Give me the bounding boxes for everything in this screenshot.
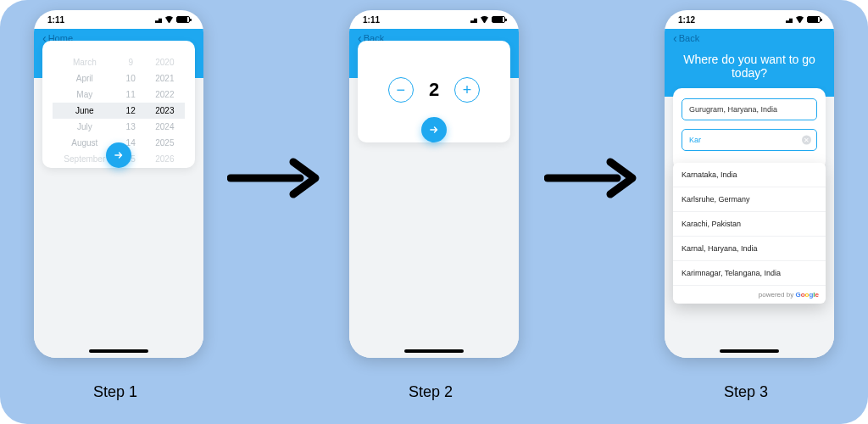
- page-title: Where do you want to go today?: [673, 53, 826, 80]
- next-button[interactable]: [106, 142, 131, 168]
- screen-body: − 2 +: [349, 78, 519, 358]
- status-time: 1:11: [363, 15, 380, 25]
- phone-step-2: 1:11 ‹ Back How many people you are? − 2…: [349, 10, 519, 358]
- picker-cell[interactable]: May: [53, 86, 117, 103]
- picker-cell[interactable]: 2022: [145, 86, 185, 103]
- picker-cell[interactable]: July: [53, 119, 117, 135]
- arrow-right-icon: [428, 124, 440, 136]
- picker-cell[interactable]: June: [53, 103, 117, 119]
- next-button[interactable]: [421, 117, 447, 142]
- picker-cell[interactable]: 9: [117, 54, 145, 70]
- chevron-left-icon: ‹: [673, 32, 677, 44]
- destination-card: Gurugram, Haryana, India Kar ✕: [673, 88, 826, 170]
- step-label-2: Step 2: [409, 383, 453, 401]
- home-indicator: [89, 349, 148, 353]
- origin-field[interactable]: Gurugram, Haryana, India: [682, 98, 817, 120]
- tutorial-stage: 1:11 ‹ Home When you will be leaving? Ma…: [0, 0, 868, 424]
- signal-icon: [152, 16, 162, 23]
- screen-header: ‹ Back Where do you want to go today?: [665, 29, 834, 97]
- status-icons: [782, 16, 821, 23]
- clear-icon[interactable]: ✕: [802, 136, 811, 145]
- status-bar: 1:12: [665, 10, 834, 29]
- suggestion-item[interactable]: Karachi, Pakistan: [673, 212, 826, 237]
- flow-arrow: [227, 157, 320, 199]
- picker-cell[interactable]: March: [53, 54, 117, 70]
- screen-body: Gurugram, Haryana, India Kar ✕ Karnataka…: [665, 97, 834, 358]
- picker-cell[interactable]: 11: [117, 86, 145, 103]
- picker-cell[interactable]: 12: [117, 103, 145, 119]
- wifi-icon: [480, 16, 489, 23]
- picker-cell[interactable]: 10: [117, 70, 145, 86]
- battery-icon: [807, 16, 821, 23]
- back-button[interactable]: ‹ Back: [673, 32, 826, 44]
- picker-cell[interactable]: 2021: [145, 70, 185, 86]
- people-count: 2: [429, 79, 439, 101]
- phone-step-3: 1:12 ‹ Back Where do you want to go toda…: [665, 10, 834, 358]
- battery-icon: [176, 16, 190, 23]
- picker-cell[interactable]: April: [53, 70, 117, 86]
- suggestion-item[interactable]: Karlsruhe, Germany: [673, 187, 826, 212]
- back-label: Back: [679, 33, 699, 43]
- powered-by-google: powered by Google: [673, 286, 826, 304]
- suggestion-item[interactable]: Karimnagar, Telangana, India: [673, 261, 826, 286]
- phone-step-1: 1:11 ‹ Home When you will be leaving? Ma…: [34, 10, 203, 358]
- suggestions-dropdown: Karnataka, IndiaKarlsruhe, GermanyKarach…: [673, 163, 826, 304]
- picker-cell[interactable]: 2023: [145, 103, 185, 119]
- picker-cell[interactable]: 13: [117, 119, 145, 135]
- screen-body: March92020April102021May112022June122023…: [34, 78, 203, 358]
- status-time: 1:11: [47, 15, 64, 25]
- status-bar: 1:11: [349, 10, 519, 29]
- status-icons: [467, 16, 505, 23]
- picker-cell[interactable]: 2020: [145, 54, 185, 70]
- wifi-icon: [164, 16, 174, 23]
- home-indicator: [720, 349, 779, 353]
- signal-icon: [467, 16, 477, 23]
- picker-cell[interactable]: 2026: [145, 151, 185, 167]
- flow-arrow: [544, 157, 637, 199]
- status-time: 1:12: [678, 15, 695, 25]
- signal-icon: [782, 16, 793, 23]
- decrement-button[interactable]: −: [388, 77, 414, 103]
- search-value: Kar: [689, 136, 701, 144]
- increment-button[interactable]: +: [454, 77, 480, 103]
- people-stepper-card: − 2 +: [358, 41, 510, 142]
- suggestion-item[interactable]: Karnataka, India: [673, 163, 826, 187]
- picker-cell[interactable]: 2024: [145, 119, 185, 135]
- suggestion-item[interactable]: Karnal, Haryana, India: [673, 237, 826, 261]
- step-label-1: Step 1: [93, 383, 137, 401]
- status-bar: 1:11: [34, 10, 203, 29]
- home-indicator: [404, 349, 464, 353]
- picker-cell[interactable]: 2025: [145, 135, 185, 151]
- step-label-3: Step 3: [724, 383, 768, 401]
- wifi-icon: [795, 16, 804, 23]
- date-picker-card: March92020April102021May112022June122023…: [42, 41, 195, 168]
- arrow-right-icon: [113, 149, 125, 161]
- destination-search-field[interactable]: Kar ✕: [682, 129, 817, 151]
- battery-icon: [492, 16, 505, 23]
- status-icons: [152, 16, 190, 23]
